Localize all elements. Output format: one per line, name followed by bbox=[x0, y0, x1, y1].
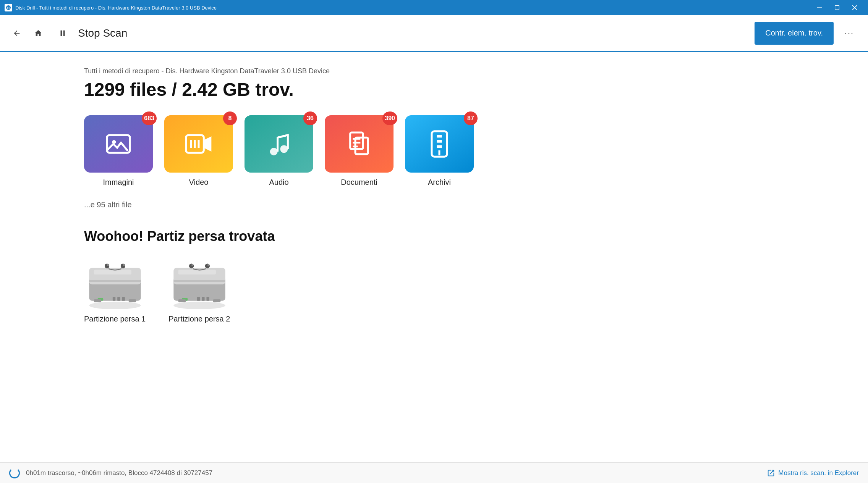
show-in-explorer-link[interactable]: Mostra ris. scan. in Explorer bbox=[767, 469, 859, 477]
svg-point-15 bbox=[280, 145, 288, 153]
statusbar: 0h01m trascorso, ~0h06m rimasto, Blocco … bbox=[0, 462, 868, 483]
svg-point-32 bbox=[105, 264, 109, 268]
svg-rect-39 bbox=[122, 297, 125, 301]
stop-scan-label: Stop Scan bbox=[78, 27, 127, 39]
app-icon: D bbox=[5, 4, 12, 11]
svg-rect-2 bbox=[817, 7, 822, 8]
svg-point-35 bbox=[123, 264, 125, 266]
toolbar: Stop Scan Contr. elem. trov. ··· bbox=[0, 15, 868, 52]
pause-button[interactable] bbox=[55, 26, 70, 41]
svg-rect-38 bbox=[117, 297, 120, 301]
label-documenti: Documenti bbox=[341, 178, 377, 187]
scan-headline: 1299 files / 2.42 GB trov. bbox=[84, 79, 784, 100]
partition-label-partition2: Partizione persa 2 bbox=[168, 315, 230, 323]
category-video[interactable]: 8 Video bbox=[164, 115, 233, 187]
svg-rect-30 bbox=[89, 280, 141, 282]
svg-rect-6 bbox=[61, 30, 62, 36]
titlebar: D Disk Drill - Tutti i metodi di recuper… bbox=[0, 0, 868, 15]
badge-video: 8 bbox=[223, 111, 237, 125]
status-text: 0h01m trascorso, ~0h06m rimasto, Blocco … bbox=[26, 469, 212, 477]
maximize-button[interactable] bbox=[828, 0, 846, 15]
categories-list: 683 Immagini 8 Video 36 Audio 390 Docume… bbox=[84, 115, 784, 187]
label-immagini: Immagini bbox=[103, 178, 134, 187]
close-button[interactable] bbox=[846, 0, 863, 15]
category-documenti[interactable]: 390 Documenti bbox=[325, 115, 394, 187]
partition-label-partition1: Partizione persa 1 bbox=[84, 315, 146, 323]
progress-spinner bbox=[9, 468, 20, 478]
explorer-link-label: Mostra ris. scan. in Explorer bbox=[778, 469, 859, 477]
svg-rect-46 bbox=[178, 270, 215, 275]
partition-icon-partition2 bbox=[169, 260, 230, 309]
category-audio[interactable]: 36 Audio bbox=[245, 115, 313, 187]
home-button[interactable] bbox=[31, 26, 46, 41]
partition-section-title: Woohoo! Partiz persa trovata bbox=[84, 228, 784, 244]
svg-rect-56 bbox=[213, 299, 220, 302]
svg-point-14 bbox=[270, 148, 278, 155]
svg-point-49 bbox=[205, 264, 210, 268]
svg-rect-31 bbox=[94, 270, 131, 275]
svg-rect-45 bbox=[173, 280, 225, 282]
more-options-button[interactable]: ··· bbox=[840, 24, 859, 43]
extra-files-label: ...e 95 altri file bbox=[84, 200, 784, 209]
back-button[interactable] bbox=[9, 26, 24, 41]
main-content: Tutti i metodi di recupero - Dis. Hardwa… bbox=[0, 52, 868, 462]
svg-point-47 bbox=[189, 264, 194, 268]
svg-rect-54 bbox=[206, 297, 209, 301]
badge-archivi: 87 bbox=[464, 111, 478, 125]
svg-rect-3 bbox=[835, 6, 839, 10]
label-audio: Audio bbox=[269, 178, 288, 187]
window-controls bbox=[811, 0, 863, 15]
badge-audio: 36 bbox=[303, 111, 317, 125]
partition-partition2[interactable]: Partizione persa 2 bbox=[168, 260, 230, 323]
badge-documenti: 390 bbox=[382, 111, 397, 125]
svg-point-27 bbox=[89, 302, 141, 310]
review-button[interactable]: Contr. elem. trov. bbox=[755, 22, 834, 45]
badge-immagini: 683 bbox=[142, 111, 157, 125]
svg-point-50 bbox=[207, 264, 209, 266]
label-video: Video bbox=[189, 178, 209, 187]
partitions-list: Partizione persa 1 Partizione persa 2 bbox=[84, 260, 784, 323]
partition-partition1[interactable]: Partizione persa 1 bbox=[84, 260, 146, 323]
svg-point-48 bbox=[191, 264, 193, 266]
svg-line-16 bbox=[278, 135, 288, 138]
svg-point-42 bbox=[173, 302, 225, 310]
svg-rect-53 bbox=[202, 297, 204, 301]
scan-subtitle: Tutti i metodi di recupero - Dis. Hardwa… bbox=[84, 67, 784, 75]
svg-point-34 bbox=[120, 264, 125, 268]
category-archivi[interactable]: 87 Archivi bbox=[405, 115, 474, 187]
svg-point-33 bbox=[107, 264, 109, 266]
partition-icon-partition1 bbox=[84, 260, 146, 309]
svg-rect-37 bbox=[112, 297, 115, 301]
svg-rect-41 bbox=[128, 299, 136, 302]
svg-text:D: D bbox=[7, 6, 10, 10]
svg-rect-40 bbox=[94, 299, 101, 302]
category-immagini[interactable]: 683 Immagini bbox=[84, 115, 153, 187]
svg-rect-52 bbox=[197, 297, 200, 301]
label-archivi: Archivi bbox=[428, 178, 451, 187]
window-title: Disk Drill - Tutti i metodi di recupero … bbox=[15, 5, 811, 11]
minimize-button[interactable] bbox=[811, 0, 828, 15]
svg-rect-55 bbox=[178, 299, 186, 302]
svg-rect-7 bbox=[63, 30, 65, 36]
